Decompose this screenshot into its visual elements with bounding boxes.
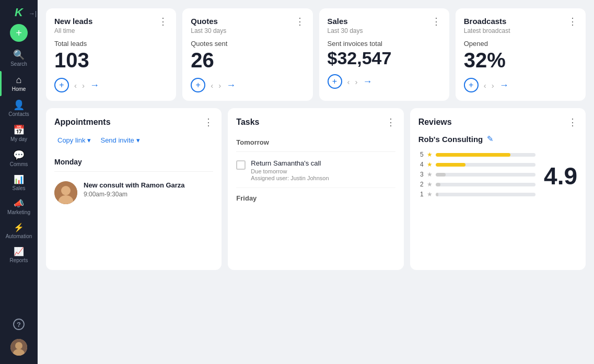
reviews-title: Reviews [418,118,452,127]
stat-card-menu-sales[interactable]: ⋮ [432,17,441,26]
stat-card-actions-sales: + ‹ › → [328,74,441,89]
stat-card-menu-quotes[interactable]: ⋮ [295,17,305,26]
stat-card-add-broadcasts[interactable]: + [464,78,479,92]
stat-card-prev-sales[interactable]: ‹ [347,77,350,86]
stat-card-actions-broadcasts: + ‹ › → [464,78,577,92]
automation-icon: ⚡ [14,224,24,232]
review-bar-bg-4 [436,163,535,167]
stat-card-prev-broadcasts[interactable]: ‹ [484,81,486,90]
stat-card-next-leads[interactable]: › [82,81,85,90]
stat-card-value-broadcasts: 32% [464,49,577,72]
task-item-0: Return Samantha's call Due tomorrow Assi… [236,153,395,188]
sidebar-item-label-reports: Reports [9,257,28,263]
user-avatar[interactable] [10,339,27,356]
review-bar-bg-3 [436,173,535,177]
logo-k-icon: K [15,6,23,19]
marketing-icon: 📣 [14,199,24,208]
reviews-menu[interactable]: ⋮ [568,116,577,128]
stat-card-menu-leads[interactable]: ⋮ [158,17,168,26]
sidebar-collapse-icon[interactable]: →| [29,8,37,18]
sidebar-item-contacts[interactable]: 👤 Contacts [0,96,38,121]
stat-card-next-quotes[interactable]: › [218,81,221,90]
reviews-panel: Reviews ⋮ Rob's Consulting ✎ 5 ★ [410,108,586,270]
stat-card-arrow-quotes[interactable]: → [226,80,236,91]
review-row-4: 4 ★ [418,161,535,168]
stat-card-quotes: Quotes ⋮ Last 30 days Quotes sent 26 + ‹… [182,8,312,101]
stat-card-label-leads: Total leads [54,40,168,48]
sidebar: K →| + 🔍 Search ⌂ Home 👤 Contacts 📅 My d… [0,0,38,364]
send-invite-label: Send invite [100,136,134,144]
appointment-avatar [54,181,77,204]
sidebar-item-comms[interactable]: 💬 Comms [0,146,38,171]
sidebar-item-label-automation: Automation [6,233,32,239]
comms-icon: 💬 [13,150,25,160]
task-info-0: Return Samantha's call Due tomorrow Assi… [251,159,329,181]
reviews-edit-icon[interactable]: ✎ [487,134,494,144]
stat-card-label-quotes: Quotes sent [191,40,304,48]
copy-link-chevron-icon: ▾ [87,136,91,144]
stat-card-add-leads[interactable]: + [54,78,69,92]
sidebar-item-sales[interactable]: 📊 Sales [0,171,38,195]
calendar-icon: 📅 [13,125,25,135]
sidebar-bottom: ? [10,319,27,360]
copy-link-label: Copy link [57,136,85,144]
stat-card-title-quotes: Quotes [191,17,218,26]
svg-point-6 [61,186,71,195]
reviews-business-row: Rob's Consulting ✎ [418,134,577,144]
sidebar-item-label-comms: Comms [10,161,28,167]
stat-card-title-sales: Sales [328,17,348,26]
sidebar-item-search[interactable]: 🔍 Search [0,46,38,71]
review-bar-fill-1 [436,193,439,196]
stat-card-arrow-leads[interactable]: → [90,80,99,91]
sidebar-item-label-myday: My day [10,136,27,142]
sidebar-item-marketing[interactable]: 📣 Marketing [0,195,38,219]
stat-card-subtitle-sales: Last 30 days [328,27,441,34]
stat-card-arrow-broadcasts[interactable]: → [499,80,509,91]
stat-card-add-quotes[interactable]: + [191,78,205,92]
stat-card-subtitle-broadcasts: Latest broadcast [464,27,577,34]
bottom-panels: Appointments ⋮ Copy link ▾ Send invite ▾… [46,108,586,270]
stat-card-next-sales[interactable]: › [355,77,358,86]
reviews-content: 5 ★ 4 ★ [418,151,577,201]
review-row-1: 1 ★ [418,191,535,198]
stat-card-label-broadcasts: Opened [464,40,577,48]
stat-card-actions-leads: + ‹ › → [54,78,168,92]
review-row-5: 5 ★ [418,151,535,158]
appointment-name: New consult with Ramon Garza [84,181,185,189]
review-bar-fill-3 [436,173,446,177]
tasks-menu[interactable]: ⋮ [386,116,395,128]
sidebar-item-label-sales: Sales [12,185,25,191]
appointments-title: Appointments [54,118,111,127]
stat-card-add-sales[interactable]: + [328,74,342,89]
add-button[interactable]: + [10,24,28,42]
sidebar-item-automation[interactable]: ⚡ Automation [0,219,38,243]
sidebar-item-reports[interactable]: 📈 Reports [0,243,38,267]
sidebar-item-home[interactable]: ⌂ Home [0,71,38,96]
help-button[interactable]: ? [13,319,25,333]
contacts-icon: 👤 [13,100,25,110]
stat-card-next-broadcasts[interactable]: › [492,81,494,90]
appointments-menu[interactable]: ⋮ [204,116,213,128]
stat-card-menu-broadcasts[interactable]: ⋮ [568,17,577,26]
main-content: New leads ⋮ All time Total leads 103 + ‹… [38,0,594,364]
stat-card-title-leads: New leads [54,17,92,26]
home-icon: ⌂ [16,75,22,85]
send-invite-button[interactable]: Send invite ▾ [97,134,143,146]
stat-card-prev-leads[interactable]: ‹ [74,81,77,90]
send-invite-chevron-icon: ▾ [136,136,140,144]
copy-link-button[interactable]: Copy link ▾ [54,134,94,146]
stat-card-subtitle-quotes: Last 30 days [191,27,304,34]
task-name-0: Return Samantha's call [251,159,329,167]
tasks-section-tomorrow: Tomorrow [236,134,395,152]
appointment-time: 9:00am-9:30am [84,191,185,198]
task-assigned-0: Assigned user: Justin Johnson [251,175,329,181]
sidebar-item-label-marketing: Marketing [7,209,30,215]
svg-text:?: ? [17,321,21,328]
review-bar-fill-2 [436,183,441,186]
tasks-section-friday: Friday [236,188,395,205]
appointment-item[interactable]: New consult with Ramon Garza 9:00am-9:30… [54,177,213,208]
sidebar-item-myday[interactable]: 📅 My day [0,121,38,146]
stat-card-prev-quotes[interactable]: ‹ [211,81,213,90]
stat-card-arrow-sales[interactable]: → [363,76,372,87]
task-checkbox-0[interactable] [236,160,246,170]
